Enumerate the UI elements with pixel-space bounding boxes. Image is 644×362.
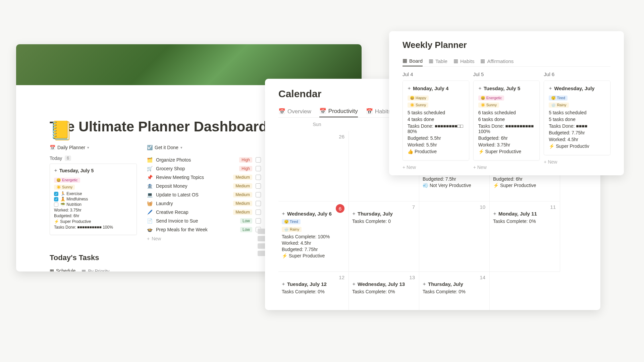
calendar-stat: Worked: 4.5hr xyxy=(282,240,345,246)
weekly-stat: Worked: 5.5hr xyxy=(408,142,464,147)
checkbox-icon[interactable] xyxy=(256,209,261,215)
checkbox-icon[interactable] xyxy=(256,201,261,206)
weekly-card[interactable]: ✦Monday, July 4😀 Happy☀️ Sunny5 tasks sc… xyxy=(402,80,469,161)
priority-badge: High xyxy=(239,157,252,163)
weekly-stat: Budgeted: 5.5hr xyxy=(408,135,464,141)
tab-habits[interactable]: 📅 Habits xyxy=(366,106,391,117)
priority-badge: Medium xyxy=(233,209,252,215)
weekly-stat: 4 tasks done xyxy=(408,117,464,122)
weekly-stat: 5 tasks done xyxy=(549,117,605,122)
checkbox-icon[interactable] xyxy=(256,192,261,197)
day-number: 7 xyxy=(412,204,415,210)
tab-overview[interactable]: 📅 Overview xyxy=(278,106,311,117)
task-row[interactable]: 📌Review Meeting TopicsMedium xyxy=(147,173,261,182)
calendar-entry-title[interactable]: ✦Thursday, July xyxy=(423,281,486,287)
habit-row[interactable]: 🥗 Nutrition xyxy=(54,202,132,207)
checkbox-icon[interactable] xyxy=(54,202,58,207)
weekly-title: Weekly Planner xyxy=(402,40,610,50)
weekly-column: Jul 5✦Tuesday, July 5😄 Energetic☀️ Sunny… xyxy=(473,71,540,170)
calendar-entry-title[interactable]: ✦Wednesday, July 13 xyxy=(352,281,416,287)
weekly-stat: 6 tasks done xyxy=(478,117,535,122)
mood-tag: 😄 Energetic xyxy=(54,178,80,183)
day-card[interactable]: ✦Tuesday, July 5 😄 Energetic ☀️ Sunny ✓🏃… xyxy=(50,164,137,235)
tab-board[interactable]: ▦ Board xyxy=(402,56,423,66)
calendar-entry-title[interactable]: ✦Tuesday, July 12 xyxy=(282,281,345,287)
calendar-stat: Tasks Complete: 0% xyxy=(493,219,556,224)
stat-line: Worked: 3.75hr xyxy=(54,208,132,213)
calendar-cell[interactable]: 10 xyxy=(419,201,490,272)
weekly-card[interactable]: ✦Tuesday, July 5😄 Energetic☀️ Sunny6 tas… xyxy=(473,80,540,161)
calendar-entry-title[interactable]: ✦Wednesday, July 6 xyxy=(282,211,345,217)
new-entry-button[interactable]: + New xyxy=(402,165,469,170)
task-row[interactable]: 📄Send Invoice to SueLow xyxy=(147,217,261,225)
calendar-entry-title[interactable]: ✦Thursday, July xyxy=(352,211,416,217)
day-number: 11 xyxy=(550,204,556,210)
day-number: 14 xyxy=(480,275,485,280)
priority-badge: Medium xyxy=(233,183,252,189)
tab-schedule[interactable]: ▦ Schedule xyxy=(50,266,75,272)
stat-line: ⚡ Super Productive xyxy=(54,219,132,224)
priority-badge: Medium xyxy=(233,192,252,197)
tab-productivity[interactable]: 📅 Productivity xyxy=(319,106,358,117)
new-entry-button[interactable]: + New xyxy=(473,165,540,170)
checkbox-icon[interactable] xyxy=(256,166,261,171)
calendar-cell[interactable]: 13✦Wednesday, July 13Tasks Complete: 0% xyxy=(349,272,419,310)
weekly-stat: Tasks Done: ■■■■■■■■■■ 100% xyxy=(478,123,535,134)
day-number: 12 xyxy=(339,275,344,280)
calendar-stat: 💨 Not Very Productive xyxy=(423,183,486,188)
task-row[interactable]: 🖊️Creative RecapMedium xyxy=(147,208,261,217)
weekly-date: Jul 4 xyxy=(402,71,469,77)
tab-table[interactable]: ▦ Table xyxy=(429,56,447,66)
tab-habits-wk[interactable]: ▦ Habits xyxy=(453,56,475,66)
task-row[interactable]: 🛒Grocery ShopHigh xyxy=(147,164,261,173)
weekly-stat: 👍 Productive xyxy=(408,149,464,154)
weather-tag: ☀️ Sunny xyxy=(54,185,75,190)
habit-row[interactable]: ✓🏃 Exercise xyxy=(54,191,132,196)
calendar-cell[interactable]: 14✦Thursday, JulyTasks Complete: 0% xyxy=(419,272,490,310)
weekly-stat: 6 tasks scheduled xyxy=(478,110,535,115)
priority-badge: Low xyxy=(240,218,252,224)
new-task-button[interactable]: + New xyxy=(147,234,261,243)
task-row[interactable]: 💻Update to Latest OSMedium xyxy=(147,190,261,199)
calendar-cell[interactable]: 26 xyxy=(278,131,349,201)
priority-badge: High xyxy=(239,166,252,171)
checkbox-icon[interactable] xyxy=(256,183,261,189)
task-row[interactable]: 🧺LaundryMedium xyxy=(147,199,261,208)
new-entry-button[interactable]: + New xyxy=(544,159,610,165)
get-it-done-view[interactable]: ☑️ Get it Done ▾ xyxy=(147,145,261,150)
calendar-cell[interactable]: 7✦Thursday, JulyTasks Complete: 0 xyxy=(349,201,419,272)
checkbox-icon[interactable] xyxy=(256,218,261,224)
chevron-down-icon: ▾ xyxy=(180,145,182,150)
weekly-stat: Budgeted: 7.75hr xyxy=(549,130,605,135)
calendar-stat: Tasks Complete: 0% xyxy=(352,289,416,294)
calendar-entry-title[interactable]: ✦Monday, July 11 xyxy=(493,211,556,217)
tab-by-priority[interactable]: ▦ By Priority xyxy=(82,266,109,272)
day-number: 6 xyxy=(336,204,344,213)
page-icon[interactable]: 📒 xyxy=(50,120,73,141)
day-number: 10 xyxy=(480,204,485,210)
habit-row[interactable]: ✓🧘 Mindfulness xyxy=(54,197,132,201)
calendar-cell[interactable]: 6✦Wednesday, July 6😴 Tired🌧️ RainyTasks … xyxy=(278,201,349,272)
task-row[interactable]: 🗂️Organize PhotosHigh xyxy=(147,156,261,164)
checkbox-icon[interactable] xyxy=(256,157,261,163)
weekly-stat: Tasks Done: ■■■■■■■■□□ 80% xyxy=(408,123,464,134)
task-row[interactable]: 🍲Prep Meals for the WeekLow xyxy=(147,225,261,234)
calendar-stat: Budgeted: 6hr xyxy=(493,176,556,182)
calendar-stat: ⚡ Super Productive xyxy=(282,253,345,258)
task-row[interactable]: 🏦Deposit MoneyMedium xyxy=(147,182,261,190)
weekly-stat: 5 tasks scheduled xyxy=(549,110,605,115)
weekly-stat: Budgeted: 6hr xyxy=(478,135,535,141)
calendar-cell[interactable]: 12✦Tuesday, July 12Tasks Complete: 0% xyxy=(278,272,349,310)
checkbox-icon[interactable]: ✓ xyxy=(54,197,58,201)
calendar-cell[interactable]: 11✦Monday, July 11Tasks Complete: 0% xyxy=(490,201,560,272)
weekly-card[interactable]: ✦Wednesday, July😴 Tired🌧️ Rainy5 tasks s… xyxy=(544,80,610,155)
calendar-stat: ⚡ Super Productive xyxy=(493,183,556,188)
weekly-panel: Weekly Planner ▦ Board ▦ Table ▦ Habits … xyxy=(389,31,624,175)
day-number: 26 xyxy=(339,134,344,139)
tab-affirmations[interactable]: ▦ Affirmations xyxy=(480,56,514,66)
weekly-stat: Tasks Done: ■■■■ xyxy=(549,123,605,129)
daily-planner-view[interactable]: 📅 Daily Planner ▾ xyxy=(50,145,137,150)
day-number: 13 xyxy=(409,275,415,280)
checkbox-icon[interactable]: ✓ xyxy=(54,192,58,196)
checkbox-icon[interactable] xyxy=(256,175,261,180)
